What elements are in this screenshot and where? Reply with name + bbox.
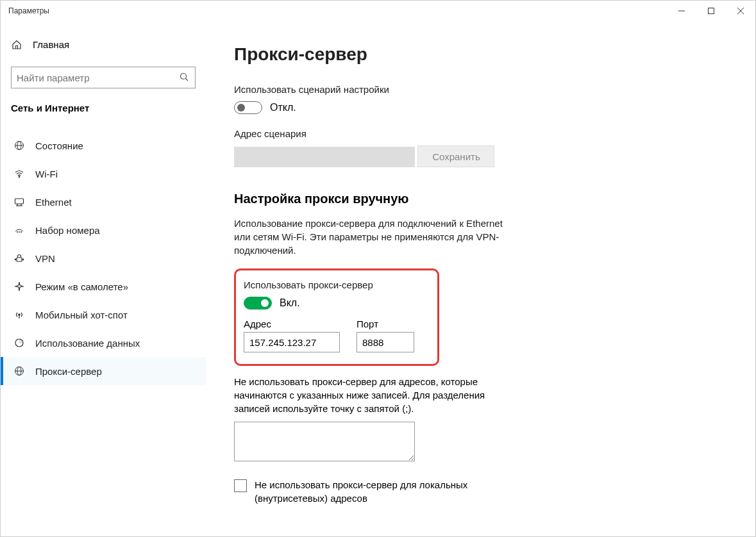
svg-line-5 [186,79,189,81]
sidebar-item-label: Ethernet [35,197,72,208]
close-button[interactable] [726,1,755,21]
window-title: Параметры [8,6,49,15]
script-toggle-state: Откл. [270,102,296,113]
sidebar-item-label: Состояние [35,140,83,151]
svg-point-9 [19,176,20,178]
sidebar-item-vpn[interactable]: VPN [1,244,206,272]
svg-point-20 [19,314,20,315]
local-checkbox-label: Не использовать прокси-сервер для локаль… [255,478,516,505]
manual-desc: Использование прокси-сервера для подключ… [234,217,516,257]
title-bar: Параметры [1,1,755,21]
script-address-input [234,147,415,167]
sidebar-item-proxy[interactable]: Прокси-сервер [1,357,206,385]
svg-point-15 [19,231,19,232]
sidebar-item-label: Wi-Fi [35,169,58,179]
home-icon [11,40,22,50]
dialup-icon [13,225,25,235]
port-input[interactable] [357,332,414,352]
manual-title: Настройка прокси вручную [234,192,730,206]
sidebar-item-wifi[interactable]: Wi-Fi [1,160,206,188]
vpn-icon [13,253,25,263]
svg-point-16 [21,231,21,232]
globe-icon [13,140,25,151]
hotspot-icon [13,310,25,320]
script-save-button: Сохранить [417,145,494,167]
datausage-icon [13,338,25,348]
window-controls [667,1,755,21]
use-proxy-toggle[interactable] [244,297,272,310]
address-label: Адрес [244,318,340,329]
sidebar-item-label: VPN [35,253,55,264]
use-proxy-label: Использовать прокси-сервер [244,279,430,290]
svg-point-4 [181,74,187,79]
sidebar-item-datausage[interactable]: Использование данных [1,329,206,357]
svg-rect-1 [709,8,714,14]
highlight-box: Использовать прокси-сервер Вкл. Адрес По… [234,268,439,366]
maximize-button[interactable] [696,1,726,21]
local-checkbox[interactable] [234,479,247,492]
script-toggle-label: Использовать сценарий настройки [234,84,730,95]
airplane-icon [13,281,25,292]
ethernet-icon [13,197,25,207]
sidebar-item-label: Набор номера [35,225,100,236]
exclusions-input[interactable] [234,422,415,461]
home-label: Главная [33,39,69,50]
svg-rect-17 [17,258,22,261]
sidebar-item-label: Прокси-сервер [35,366,102,377]
svg-point-18 [15,259,16,260]
page-title: Прокси-сервер [234,44,730,65]
exclusions-desc: Не использовать прокси-сервер для адресо… [234,375,516,415]
category-title: Сеть и Интернет [1,103,206,113]
search-icon [180,72,190,83]
svg-point-19 [22,259,24,260]
search-box[interactable] [11,67,196,88]
sidebar-item-dialup[interactable]: Набор номера [1,216,206,244]
port-label: Порт [357,318,414,329]
sidebar-item-airplane[interactable]: Режим «в самолете» [1,272,206,301]
svg-rect-10 [15,199,24,204]
script-address-label: Адрес сценария [234,128,730,139]
minimize-button[interactable] [667,1,696,21]
svg-point-14 [17,231,17,232]
search-input[interactable] [17,72,180,83]
script-toggle[interactable] [234,101,262,114]
wifi-icon [13,169,25,179]
use-proxy-state: Вкл. [280,297,300,309]
main-content: Прокси-сервер Использовать сценарий наст… [206,21,755,536]
sidebar-item-label: Использование данных [35,338,140,349]
sidebar-item-status[interactable]: Состояние [1,131,206,160]
proxy-icon [13,366,25,376]
home-link[interactable]: Главная [1,34,206,55]
sidebar-item-label: Режим «в самолете» [35,281,128,292]
sidebar: Главная Сеть и Интернет Состояние Wi-Fi … [1,21,206,536]
address-input[interactable] [244,332,340,352]
sidebar-item-label: Мобильный хот-спот [35,310,128,320]
sidebar-item-ethernet[interactable]: Ethernet [1,188,206,216]
sidebar-item-hotspot[interactable]: Мобильный хот-спот [1,301,206,329]
